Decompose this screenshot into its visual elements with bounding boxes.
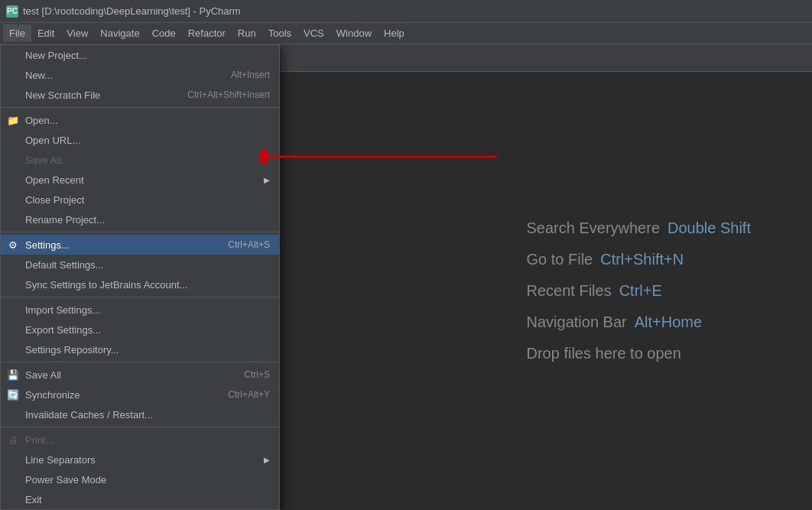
shortcut-nav-bar: Navigation Bar Alt+Home: [527, 313, 752, 331]
menu-bar: File Edit View Navigate Code Refactor Ru…: [0, 23, 812, 44]
title-bar-text: test [D:\rootcoding\DeepLearning\test] -…: [23, 5, 241, 17]
submenu-arrow: ▶: [264, 176, 270, 184]
menu-import-settings[interactable]: Import Settings...: [1, 300, 279, 320]
menu-run[interactable]: Run: [232, 24, 262, 42]
search-key: Double Shift: [667, 219, 751, 237]
gear-icon: ⚙: [7, 239, 19, 251]
menu-file[interactable]: File: [3, 24, 31, 42]
shortcut-search: Search Everywhere Double Shift: [527, 219, 752, 237]
shortcut-recent-files: Recent Files Ctrl+E: [527, 282, 752, 300]
menu-open-url[interactable]: Open URL...: [1, 130, 279, 150]
menu-save-as[interactable]: Save As..: [1, 150, 279, 170]
separator-5: [1, 427, 279, 427]
drop-files-hint: Drop files here to open: [527, 345, 752, 362]
menu-new-scratch[interactable]: New Scratch File Ctrl+Alt+Shift+Insert: [1, 85, 279, 105]
folder-icon: 📁: [7, 114, 19, 126]
menu-print[interactable]: 🖨 Print...: [1, 430, 279, 450]
menu-navigate[interactable]: Navigate: [94, 24, 145, 42]
shortcuts-list: Search Everywhere Double Shift Go to Fil…: [527, 219, 752, 362]
goto-file-label: Go to File: [527, 251, 593, 268]
drop-files-label: Drop files here to open: [527, 345, 681, 362]
separator-1: [1, 107, 279, 108]
print-icon: 🖨: [7, 434, 19, 446]
menu-tools[interactable]: Tools: [262, 24, 297, 42]
menu-new[interactable]: New... Alt+Insert: [1, 65, 279, 85]
goto-file-key: Ctrl+Shift+N: [600, 251, 684, 268]
recent-files-label: Recent Files: [527, 282, 612, 300]
menu-open-recent[interactable]: Open Recent ▶: [1, 170, 279, 190]
menu-settings-repo[interactable]: Settings Repository...: [1, 339, 279, 359]
menu-edit[interactable]: Edit: [31, 24, 60, 42]
shortcut-goto-file: Go to File Ctrl+Shift+N: [527, 251, 752, 268]
menu-settings[interactable]: ⚙ Settings... Ctrl+Alt+S: [1, 235, 279, 255]
line-sep-arrow: ▶: [264, 456, 270, 464]
menu-window[interactable]: Window: [330, 24, 378, 42]
menu-invalidate-caches[interactable]: Invalidate Caches / Restart...: [1, 404, 279, 424]
menu-sync-settings[interactable]: Sync Settings to JetBrains Account...: [1, 274, 279, 294]
menu-vcs[interactable]: VCS: [297, 24, 330, 42]
menu-default-settings[interactable]: Default Settings...: [1, 255, 279, 274]
save-icon: 💾: [7, 369, 19, 381]
title-bar: PC test [D:\rootcoding\DeepLearning\test…: [0, 0, 812, 23]
nav-bar-label: Navigation Bar: [527, 313, 627, 331]
menu-export-settings[interactable]: Export Settings...: [1, 320, 279, 339]
nav-bar-key: Alt+Home: [635, 313, 702, 331]
separator-4: [1, 362, 279, 362]
file-dropdown: New Project... New... Alt+Insert New Scr…: [0, 44, 280, 510]
menu-exit[interactable]: Exit: [1, 489, 279, 509]
separator-3: [1, 297, 279, 297]
menu-refactor[interactable]: Refactor: [182, 24, 232, 42]
menu-code[interactable]: Code: [146, 24, 182, 42]
app-icon: PC: [6, 5, 18, 18]
separator-2: [1, 232, 279, 232]
menu-line-separators[interactable]: Line Separators ▶: [1, 450, 279, 469]
menu-help[interactable]: Help: [378, 24, 411, 42]
menu-synchronize[interactable]: 🔄 Synchronize Ctrl+Alt+Y: [1, 385, 279, 404]
menu-power-save-mode[interactable]: Power Save Mode: [1, 469, 279, 489]
search-action-label: Search Everywhere: [527, 219, 661, 237]
menu-view[interactable]: View: [60, 24, 94, 42]
menu-close-project[interactable]: Close Project: [1, 190, 279, 210]
menu-rename-project[interactable]: Rename Project...: [1, 210, 279, 229]
sync-icon: 🔄: [7, 388, 19, 401]
menu-open[interactable]: 📁 Open...: [1, 110, 279, 130]
menu-new-project[interactable]: New Project...: [1, 45, 279, 65]
menu-save-all[interactable]: 💾 Save All Ctrl+S: [1, 365, 279, 385]
recent-files-key: Ctrl+E: [619, 282, 662, 300]
